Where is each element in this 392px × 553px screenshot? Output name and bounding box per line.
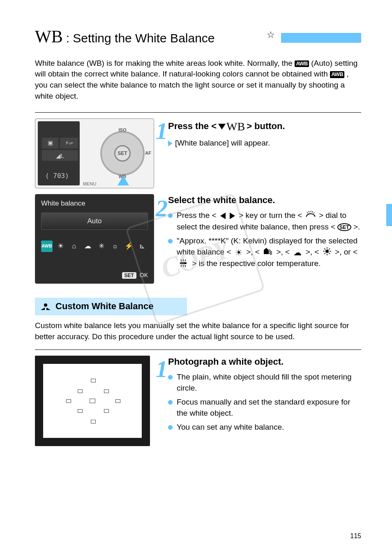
step1b-bullet2: Focus manually and set the standard expo… — [177, 397, 361, 419]
tungsten-icon — [323, 247, 331, 258]
bullet-icon — [168, 239, 173, 243]
down-wb-key-icon: WB — [218, 118, 245, 134]
step-number-1: 1 — [156, 114, 168, 148]
wb-option-shade-icon: ⌂ — [69, 241, 80, 252]
wb-option-awb: AWB — [41, 241, 53, 252]
svg-line-12 — [329, 248, 330, 250]
step1b-heading: Photograph a white object. — [168, 356, 361, 368]
svg-line-20 — [185, 265, 186, 267]
svg-point-5 — [325, 250, 329, 253]
menu-label: MENU — [83, 181, 96, 187]
intro-paragraph: White balance (WB) is for making the whi… — [35, 58, 361, 102]
wb-option-daylight-icon: ☀ — [55, 241, 66, 252]
bullet-icon — [168, 400, 173, 405]
press-indicator-arrow-icon — [118, 176, 129, 185]
wb-option-tungsten-icon: ✳ — [96, 241, 107, 252]
svg-line-18 — [181, 265, 182, 267]
step1-text: [White balance] will appear. — [175, 138, 361, 149]
header-accent-bar — [281, 33, 361, 43]
custom-head-text: Custom White Balance — [55, 300, 153, 313]
svg-marker-23 — [46, 308, 51, 310]
custom-wb-icon — [40, 303, 51, 311]
result-caret-icon — [168, 141, 173, 146]
wb-menu-screenshot: White balance Auto AWB ☀ ⌂ ☁ ✳ ☼ ⚡ ⊾ SET… — [35, 194, 154, 284]
cloudy-icon: ☁ — [293, 247, 302, 258]
svg-line-10 — [324, 248, 325, 250]
svg-rect-14 — [180, 262, 187, 264]
af-point-icon — [91, 379, 96, 382]
lcd-flash-icon: ⚡︎UP — [60, 138, 78, 148]
af-point-icon — [104, 389, 109, 393]
set-button-icon: SET — [337, 223, 351, 231]
awb-icon: AWB — [330, 71, 344, 78]
af-label: AF — [145, 150, 151, 156]
af-point-icon — [66, 399, 71, 403]
svg-line-17 — [185, 259, 186, 261]
step2-bullet1: Press the < > key or turn the < > dial t… — [177, 210, 361, 232]
intro-1a: White balance (WB) is for making the whi… — [35, 59, 295, 67]
set-pill: SET — [122, 272, 136, 279]
step1b-bullet3: You can set any white balance. — [177, 422, 361, 433]
lcd-chip-icon: ▣ — [42, 138, 58, 148]
step2-heading: Select the white balance. — [168, 194, 361, 207]
svg-marker-22 — [41, 308, 45, 310]
wb-current-mode: Auto — [41, 213, 148, 230]
step1b-bullet1: The plain, white object should fill the … — [177, 372, 361, 393]
left-right-key-icon — [219, 211, 237, 220]
star-icon: ☆ — [267, 29, 275, 42]
svg-line-13 — [324, 253, 325, 254]
ok-label: OK — [140, 272, 148, 278]
af-point-icon — [78, 409, 83, 413]
viewfinder-illustration — [35, 356, 150, 446]
divider — [35, 349, 361, 350]
svg-marker-1 — [264, 248, 269, 250]
af-point-icon — [104, 409, 109, 413]
shots-remaining: ( 703) — [45, 171, 69, 180]
shade-icon — [263, 247, 272, 258]
step1-body: [White balance] will appear. — [168, 138, 361, 149]
bullet-icon — [168, 213, 173, 218]
camera-back-illustration: ▣ ⚡︎UP ◢L ( 703) SET ISO AF WB MENU — [35, 118, 154, 188]
iso-label: ISO — [119, 127, 127, 133]
bullet-icon — [168, 375, 173, 379]
step1-post: > button. — [247, 120, 285, 133]
wb-options-row: AWB ☀ ⌂ ☁ ✳ ☼ ⚡ ⊾ — [41, 241, 148, 252]
lcd-panel: ▣ ⚡︎UP ◢L ( 703) — [38, 121, 80, 185]
page-number: 115 — [350, 532, 361, 541]
step-number-2: 2 — [156, 192, 168, 225]
daylight-icon: ☀ — [235, 247, 242, 258]
awb-icon: AWB — [295, 60, 309, 67]
step1-heading: Press the < WB > button. — [168, 118, 361, 134]
custom-wb-paragraph: Custom white balance lets you manually s… — [35, 320, 361, 342]
wb-option-fluorescent-icon: ☼ — [109, 241, 120, 252]
bullet-icon — [168, 425, 173, 430]
dpad-control: SET ISO AF WB — [98, 129, 147, 178]
step2-bullet2: "Approx. ****K" (K: Kelvin) displayed fo… — [177, 236, 361, 270]
title-row: WB : Setting the White Balance ☆ — [35, 25, 361, 49]
wb-screen-title: White balance — [41, 199, 148, 208]
step-number-1b: 1 — [156, 352, 168, 386]
title-suffix: : Setting the White Balance — [66, 30, 215, 47]
svg-line-15 — [181, 259, 182, 261]
fluorescent-icon — [178, 258, 188, 270]
divider — [35, 112, 361, 113]
page-title: WB : Setting the White Balance — [35, 25, 215, 49]
af-point-icon — [115, 399, 120, 403]
af-point-icon — [78, 389, 83, 393]
title-wb-prefix: WB — [35, 25, 63, 49]
set-button-illustration: SET — [114, 145, 131, 162]
af-point-icon — [91, 420, 96, 423]
svg-rect-0 — [264, 250, 269, 254]
main-dial-icon — [304, 210, 317, 222]
wb-option-flash-icon: ⚡ — [123, 241, 134, 252]
lcd-quality-icon: ◢L — [42, 150, 78, 161]
wb-option-cloudy-icon: ☁ — [82, 241, 93, 252]
svg-point-21 — [44, 303, 47, 307]
af-point-center-icon — [90, 399, 95, 403]
custom-wb-heading: Custom White Balance — [35, 298, 187, 315]
wb-option-custom-icon: ⊾ — [137, 241, 148, 252]
svg-line-11 — [329, 253, 330, 254]
step1-pre: Press the < — [168, 120, 217, 133]
set-ok-hint: SET OK — [122, 271, 148, 280]
